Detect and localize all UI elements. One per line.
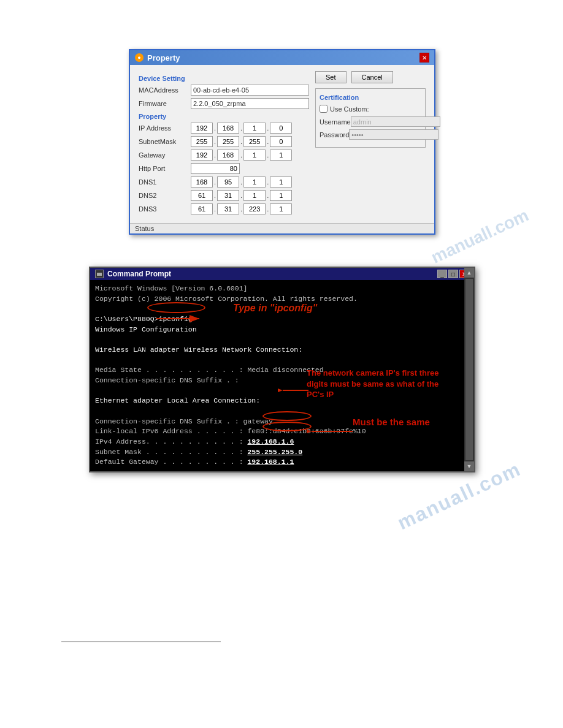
cmd-line-5: Windows IP Configuration [95, 325, 462, 335]
ip-seg-2[interactable] [217, 123, 239, 134]
cmd-line-4: C:\Users\P880Q>ipconfig [95, 314, 462, 325]
dns1-label: DNS1 [139, 178, 191, 186]
dialog-close-button[interactable]: ✕ [419, 53, 429, 63]
certification-group: Certification Use Custom: Username Passw… [315, 88, 426, 148]
password-label: Password [320, 131, 349, 138]
dns3-seg-1[interactable] [191, 203, 213, 214]
cmd-titlebar: Command Prompt _ □ ✕ [90, 268, 474, 280]
dns2-seg-2[interactable] [217, 190, 239, 201]
cmd-line-2: Copyright (c) 2006 Microsoft Corporation… [95, 294, 462, 305]
dns3-label: DNS3 [139, 205, 191, 213]
username-input[interactable] [351, 116, 440, 127]
dns3-seg-3[interactable] [243, 203, 266, 214]
gw-seg-1[interactable] [191, 150, 213, 161]
bottom-separator-line [61, 642, 221, 642]
scroll-up-button[interactable]: ▲ [464, 268, 474, 278]
http-port-row: Http Port [139, 163, 309, 174]
use-custom-checkbox[interactable] [320, 105, 327, 113]
property-label: Property [139, 113, 309, 120]
subnet-seg-3[interactable] [243, 136, 266, 147]
use-custom-label: Use Custom: [330, 105, 369, 113]
dns3-seg-4[interactable] [270, 203, 292, 214]
scroll-down-button[interactable]: ▼ [464, 461, 474, 471]
cmd-scrollbar[interactable]: ▲ ▼ [464, 268, 474, 471]
username-label: Username [320, 118, 351, 126]
cmd-line-1: Microsoft Windows [Version 6.0.6001] [95, 284, 462, 294]
ip-seg-3[interactable] [243, 123, 266, 134]
dns3-row: DNS3 . . . [139, 203, 309, 214]
cmd-prompt: C:\Users\P880Q> [95, 315, 159, 323]
gw-seg-2[interactable] [217, 150, 239, 161]
password-input[interactable] [349, 129, 439, 140]
http-port-input[interactable] [191, 163, 240, 174]
gateway-label: Gateway [139, 151, 191, 159]
ip-address-row: IP Address . . . [139, 123, 309, 134]
dialog-title: Property [147, 53, 180, 63]
status-bar: Status [130, 223, 434, 233]
command-prompt-window: Command Prompt _ □ ✕ Microsoft Windows [… [89, 267, 475, 472]
property-dialog: ● Property ✕ Device Setting MACAddress F… [129, 49, 435, 235]
dns1-seg-3[interactable] [243, 176, 266, 188]
cmd-line-10: Connection-specific DNS Suffix . : [95, 376, 462, 386]
gw-seg-4[interactable] [270, 150, 292, 161]
ipv4-address-value: 192.168.1.6 [247, 438, 294, 446]
dialog-titlebar: ● Property ✕ [130, 50, 434, 65]
firmware-row: Firmware [139, 98, 309, 109]
dns1-row: DNS1 . . . [139, 176, 309, 188]
gateway-row: Gateway . . . [139, 150, 309, 161]
minimize-button[interactable]: _ [437, 270, 447, 278]
cmd-title-text: Command Prompt [107, 270, 171, 278]
ip-address-label: IP Address [139, 124, 191, 132]
cmd-ipconfig-text: ipconfig [159, 315, 193, 323]
subnet-seg-1[interactable] [191, 136, 213, 147]
password-row: Password [320, 129, 421, 140]
scroll-thumb[interactable] [465, 279, 473, 460]
cmd-line-17: Subnet Mask . . . . . . . . . . . : 255.… [95, 447, 462, 458]
ip-seg-1[interactable] [191, 123, 213, 134]
cmd-line-18: Default Gateway . . . . . . . . . : 192.… [95, 457, 462, 468]
device-setting-label: Device Setting [139, 75, 309, 82]
watermark2: manuall.com [428, 205, 532, 267]
subnet-mask-row: SubnetMask . . . [139, 136, 309, 147]
dns2-row: DNS2 . . . [139, 190, 309, 201]
cmd-line-9: Media State . . . . . . . . . . . : Medi… [95, 365, 462, 376]
subnet-mask-value: 255.255.255.0 [247, 448, 302, 456]
ip-seg-4[interactable] [270, 123, 292, 134]
dns2-label: DNS2 [139, 192, 191, 199]
mac-address-label: MACAddress [139, 86, 191, 94]
cmd-line-7: Wireless LAN adapter Wireless Network Co… [95, 345, 462, 355]
subnet-seg-4[interactable] [270, 136, 292, 147]
dns3-seg-2[interactable] [217, 203, 239, 214]
firmware-input[interactable] [191, 98, 309, 109]
cmd-body: Microsoft Windows [Version 6.0.6001] Cop… [90, 280, 474, 471]
certification-label: Certification [320, 94, 421, 101]
cancel-button[interactable]: Cancel [351, 71, 393, 83]
dialog-icon: ● [135, 53, 144, 62]
mac-address-input[interactable] [191, 85, 309, 96]
dns1-seg-4[interactable] [270, 176, 292, 188]
cmd-line-15: Link-local IPv6 Address . . . . . : fe80… [95, 427, 462, 437]
gateway-value: 192.168.1.1 [247, 458, 294, 466]
status-label: Status [135, 225, 154, 232]
http-port-label: Http Port [139, 165, 191, 172]
dialog-action-buttons: Set Cancel [315, 71, 426, 83]
username-row: Username [320, 116, 421, 127]
cmd-icon [95, 270, 104, 278]
dns2-seg-1[interactable] [191, 190, 213, 201]
cmd-line-16: IPv4 Address. . . . . . . . . . . : 192.… [95, 437, 462, 447]
dns1-seg-2[interactable] [217, 176, 239, 188]
dns1-seg-1[interactable] [191, 176, 213, 188]
firmware-label: Firmware [139, 100, 191, 107]
subnet-mask-label: SubnetMask [139, 138, 191, 145]
dns2-seg-3[interactable] [243, 190, 266, 201]
subnet-seg-2[interactable] [217, 136, 239, 147]
dns2-seg-4[interactable] [270, 190, 292, 201]
set-button[interactable]: Set [315, 71, 347, 83]
gw-seg-3[interactable] [243, 150, 266, 161]
mac-address-row: MACAddress [139, 85, 309, 96]
maximize-button[interactable]: □ [448, 270, 458, 278]
cmd-line-14: Connection-specific DNS Suffix . : gatew… [95, 417, 462, 427]
use-custom-row: Use Custom: [320, 105, 421, 113]
dialog-left-panel: Device Setting MACAddress Firmware Prope… [139, 71, 309, 217]
cmd-line-12: Ethernet adapter Local Area Connection: [95, 396, 462, 406]
